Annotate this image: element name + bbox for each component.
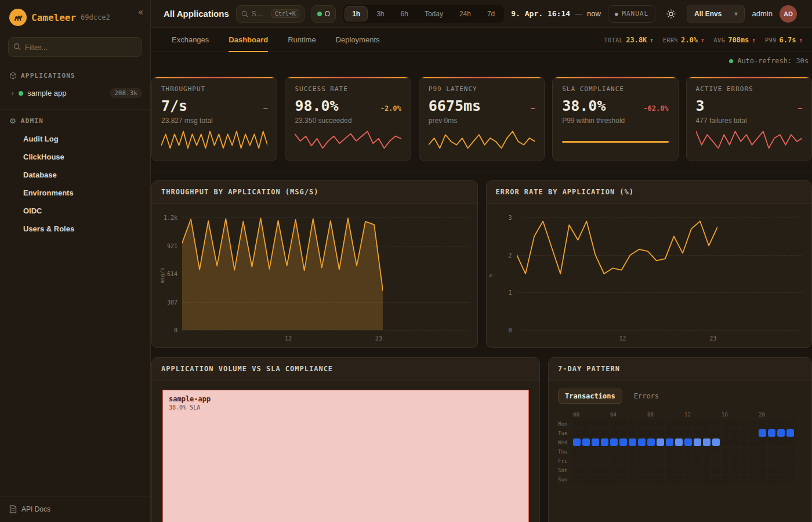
manual-refresh-button[interactable]: ● MANUAL bbox=[608, 5, 655, 23]
trend-up-icon: ↑ bbox=[752, 37, 756, 44]
env-select[interactable]: All Envs ▾ bbox=[687, 5, 745, 23]
heatmap-cell bbox=[740, 466, 748, 474]
heatmap-cell bbox=[573, 438, 581, 446]
heatmap-cell bbox=[694, 476, 701, 483]
heatmap-cell bbox=[619, 420, 627, 427]
heatmap-cell bbox=[666, 448, 673, 455]
y-tick: 0 bbox=[508, 327, 512, 334]
kpi-label: SLA COMPLIANCE bbox=[562, 85, 668, 93]
search-placeholder: S… bbox=[252, 10, 268, 18]
stat-value: 2.0% bbox=[681, 36, 698, 44]
heatmap-cell bbox=[675, 429, 683, 437]
search-shortcut-kbd: Ctrl+K bbox=[271, 9, 299, 18]
heatmap-cell bbox=[573, 429, 581, 437]
range-3h[interactable]: 3h bbox=[369, 6, 392, 21]
stat-label: ERR% bbox=[663, 37, 678, 44]
heatmap-cell bbox=[647, 466, 655, 474]
api-docs-link[interactable]: API Docs bbox=[0, 496, 150, 522]
heatmap-cell bbox=[684, 466, 692, 474]
applications-section-header: APPLICATIONS bbox=[0, 65, 150, 84]
kpi-delta: – bbox=[263, 104, 267, 113]
filter-input[interactable] bbox=[8, 37, 142, 57]
heatmap-cell bbox=[786, 438, 794, 446]
heatmap-cell bbox=[582, 457, 590, 465]
heatmap-cell bbox=[722, 448, 729, 455]
sidebar-collapse-icon[interactable]: « bbox=[138, 7, 143, 17]
range-6h[interactable]: 6h bbox=[393, 6, 416, 21]
kpi-label: ACTIVE ERRORS bbox=[696, 85, 802, 93]
app-item-label: sample app bbox=[27, 89, 66, 97]
heatmap-cell bbox=[749, 448, 757, 455]
sidebar-item-clickhouse[interactable]: ClickHouse bbox=[0, 148, 150, 166]
y-axis: 1.2k9216143070 bbox=[155, 217, 182, 330]
heatmap-cell bbox=[601, 466, 608, 474]
kpi-subtext: P99 within threshold bbox=[562, 117, 668, 125]
stat-value: 6.7s bbox=[779, 36, 796, 44]
live-label: O bbox=[325, 10, 330, 18]
tab-dashboard[interactable]: Dashboard bbox=[229, 28, 268, 52]
heatmap-tab-errors[interactable]: Errors bbox=[627, 389, 666, 404]
y-tick: 1.2k bbox=[164, 215, 177, 221]
heatmap-cell bbox=[768, 466, 775, 474]
sidebar-item-oidc[interactable]: OIDC bbox=[0, 202, 150, 220]
sidebar-item-sample-app[interactable]: › sample app 208.3k bbox=[0, 84, 150, 102]
chart-title: THROUGHPUT BY APPLICATION (MSG/S) bbox=[152, 181, 477, 204]
sidebar-item-environments[interactable]: Environments bbox=[0, 184, 150, 202]
heatmap-cell bbox=[592, 476, 599, 483]
heatmap-cell bbox=[694, 448, 701, 455]
range-1h[interactable]: 1h bbox=[345, 6, 368, 21]
heatmap-cell bbox=[684, 438, 692, 446]
heatmap-cell bbox=[749, 438, 757, 446]
heatmap-cell bbox=[786, 420, 794, 427]
page-title: All Applications bbox=[164, 9, 229, 19]
heatmap-cell bbox=[666, 438, 673, 446]
time-range-selector: 1h 3h 6h Today 24h 7d bbox=[343, 5, 504, 23]
y-tick: 614 bbox=[167, 271, 177, 277]
heatmap-cell bbox=[629, 420, 636, 427]
avatar[interactable]: AD bbox=[780, 5, 797, 23]
tab-deployments[interactable]: Deployments bbox=[336, 28, 380, 52]
heatmap-tab-transactions[interactable]: Transactions bbox=[558, 389, 622, 404]
sidebar-item-audit-log[interactable]: Audit Log bbox=[0, 130, 150, 148]
manual-label: MANUAL bbox=[622, 10, 648, 17]
active-errors-sparkline bbox=[696, 129, 802, 150]
range-end-label[interactable]: now bbox=[587, 9, 601, 18]
tab-exchanges[interactable]: Exchanges bbox=[172, 28, 209, 52]
range-24h[interactable]: 24h bbox=[452, 6, 478, 21]
heatmap-cell bbox=[731, 448, 738, 455]
heatmap-cell bbox=[675, 448, 683, 455]
theme-toggle-button[interactable] bbox=[662, 5, 680, 23]
treemap-node-sla: 38.0% SLA bbox=[169, 404, 523, 411]
heatmap-cell bbox=[684, 420, 692, 427]
heatmap-cell bbox=[731, 466, 738, 474]
range-today[interactable]: Today bbox=[417, 6, 451, 21]
heatmap-cell bbox=[768, 476, 775, 483]
treemap-node-label: sample-app bbox=[169, 395, 523, 403]
tab-runtime[interactable]: Runtime bbox=[288, 28, 316, 52]
plot-area: 12 23 bbox=[182, 217, 469, 330]
hour-label: 04 bbox=[610, 412, 647, 418]
sidebar-item-database[interactable]: Database bbox=[0, 166, 150, 184]
sidebar: Cameleer 69dcce2 « APPLICATIONS › sample… bbox=[0, 0, 151, 522]
heatmap-cell bbox=[619, 476, 627, 483]
kpi-subtext: 23.350 succeeded bbox=[295, 117, 401, 125]
sidebar-item-users-roles[interactable]: Users & Roles bbox=[0, 220, 150, 238]
global-search-input[interactable]: S… Ctrl+K bbox=[236, 5, 304, 23]
heatmap-cell bbox=[722, 457, 729, 465]
live-status-button[interactable]: O bbox=[311, 5, 336, 23]
expand-chevron-icon[interactable]: › bbox=[10, 89, 14, 97]
heatmap-cell bbox=[694, 466, 701, 474]
heatmap-cell bbox=[731, 476, 738, 483]
heatmap-cell bbox=[601, 448, 608, 455]
logo-row: Cameleer 69dcce2 « bbox=[0, 0, 150, 34]
heatmap-cell bbox=[675, 420, 683, 427]
heatmap-cell bbox=[592, 420, 599, 427]
heatmap-cell bbox=[786, 476, 794, 483]
heatmap-cell bbox=[638, 429, 646, 437]
heatmap-cell bbox=[777, 429, 785, 437]
range-start-datetime[interactable]: 9. Apr. 16:14 bbox=[511, 9, 570, 18]
y-tick: 307 bbox=[167, 299, 177, 305]
range-7d[interactable]: 7d bbox=[480, 6, 502, 21]
heatmap-cell bbox=[768, 429, 775, 437]
treemap-node-sample-app[interactable]: sample-app 38.0% SLA bbox=[162, 390, 529, 522]
